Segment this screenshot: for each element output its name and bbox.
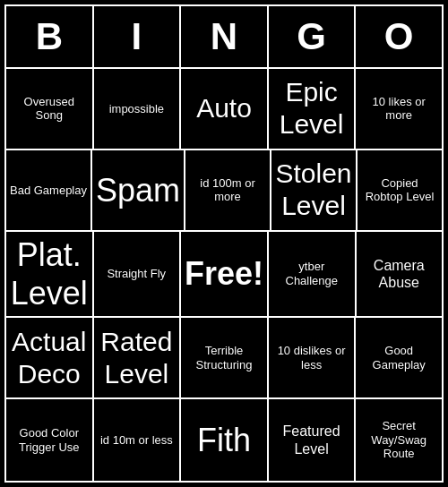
cell-2-2: Free!: [181, 232, 269, 318]
cell-4-1: id 10m or less: [94, 399, 182, 481]
header-row: BINGO: [6, 6, 442, 69]
cell-3-0: Actual Deco: [6, 318, 94, 399]
cell-1-1: Spam: [92, 150, 185, 232]
cell-0-2: Auto: [181, 69, 269, 150]
cell-4-3: Featured Level: [269, 399, 357, 481]
header-N: N: [181, 6, 269, 69]
cell-4-2: Fith: [181, 399, 269, 481]
cell-1-0: Bad Gameplay: [6, 150, 92, 232]
grid-row-2: Plat. LevelStraight FlyFree!ytber Challe…: [6, 232, 442, 318]
header-O: O: [356, 6, 442, 69]
cell-2-4: Camera Abuse: [357, 232, 443, 318]
bingo-card: BINGO Overused SongimpossibleAutoEpic Le…: [4, 4, 444, 483]
bingo-grid: Overused SongimpossibleAutoEpic Level10 …: [6, 69, 442, 481]
cell-3-3: 10 dislikes or less: [269, 318, 357, 399]
cell-3-4: Good Gameplay: [356, 318, 442, 399]
cell-2-3: ytber Challenge: [269, 232, 357, 318]
cell-2-1: Straight Fly: [94, 232, 182, 318]
grid-row-3: Actual DecoRated LevelTerrible Structuri…: [6, 318, 442, 399]
cell-0-1: impossible: [94, 69, 182, 150]
cell-1-3: Stolen Level: [271, 150, 358, 232]
cell-4-0: Good Color Trigger Use: [6, 399, 94, 481]
header-G: G: [269, 6, 357, 69]
header-I: I: [94, 6, 182, 69]
header-B: B: [6, 6, 94, 69]
cell-1-4: Copied Robtop Level: [358, 150, 442, 232]
cell-0-4: 10 likes or more: [356, 69, 442, 150]
cell-3-2: Terrible Structuring: [181, 318, 269, 399]
cell-1-2: id 100m or more: [185, 150, 271, 232]
grid-row-4: Good Color Trigger Useid 10m or lessFith…: [6, 399, 442, 481]
cell-3-1: Rated Level: [94, 318, 182, 399]
cell-2-0: Plat. Level: [6, 232, 94, 318]
cell-0-3: Epic Level: [269, 69, 357, 150]
cell-4-4: Secret Way/Swag Route: [356, 399, 442, 481]
grid-row-0: Overused SongimpossibleAutoEpic Level10 …: [6, 69, 442, 150]
grid-row-1: Bad GameplaySpamid 100m or moreStolen Le…: [6, 150, 442, 232]
cell-0-0: Overused Song: [6, 69, 94, 150]
